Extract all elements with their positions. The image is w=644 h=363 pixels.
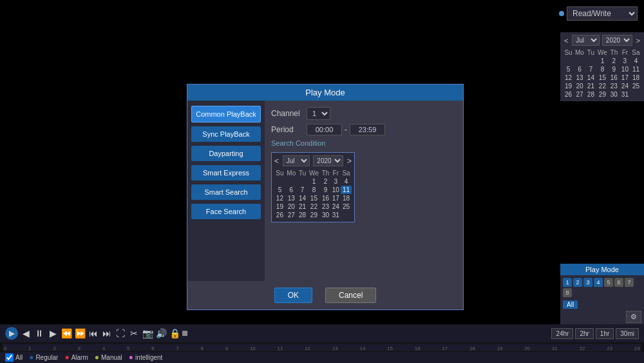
- pause-button[interactable]: ⏸: [33, 328, 45, 339]
- cal-day-cell[interactable]: 21: [585, 82, 596, 90]
- cal-day-cell[interactable]: 5: [274, 186, 285, 194]
- channel-btn-5[interactable]: 5: [604, 278, 613, 287]
- next-button[interactable]: ▶: [47, 328, 59, 339]
- right-cal-year-select[interactable]: 202020192021: [602, 35, 632, 46]
- channel-btn-1[interactable]: 1: [563, 278, 572, 287]
- right-cal-prev-btn[interactable]: <: [563, 37, 569, 44]
- sidebar-btn-sync[interactable]: Sync PlayBack: [191, 126, 261, 142]
- cal-day-cell[interactable]: 6: [574, 65, 585, 74]
- time-btn-1hr[interactable]: 1hr: [596, 328, 614, 339]
- cal-day-cell[interactable]: 2: [609, 57, 620, 65]
- cal-day-cell[interactable]: 19: [274, 202, 285, 211]
- cal-day-cell[interactable]: 26: [563, 90, 574, 99]
- clip-button[interactable]: ✂: [128, 328, 140, 339]
- channel-btn-3[interactable]: 3: [583, 278, 592, 287]
- cal-day-cell[interactable]: 12: [274, 194, 285, 202]
- gear-button[interactable]: ⚙: [626, 311, 641, 323]
- cal-day-cell[interactable]: 6: [285, 186, 298, 194]
- cal-day-cell[interactable]: 9: [609, 65, 620, 74]
- cal-day-cell[interactable]: 28: [298, 211, 308, 219]
- cal-day-cell[interactable]: 16: [609, 74, 620, 82]
- cal-day-cell[interactable]: 27: [285, 211, 298, 219]
- audio-button[interactable]: 🔊: [155, 328, 167, 339]
- cal-next-btn[interactable]: >: [347, 157, 352, 166]
- cal-day-cell[interactable]: 26: [274, 211, 285, 219]
- cal-day-cell[interactable]: 14: [585, 74, 596, 82]
- cancel-button[interactable]: Cancel: [325, 288, 376, 303]
- sidebar-btn-common[interactable]: Common PlayBack: [191, 106, 261, 123]
- cal-prev-btn[interactable]: <: [274, 157, 279, 166]
- cal-day-cell[interactable]: 20: [285, 202, 298, 211]
- channel-btn-7[interactable]: 7: [625, 278, 634, 287]
- cal-day-cell[interactable]: 8: [596, 65, 609, 74]
- cal-day-cell[interactable]: 14: [298, 194, 308, 202]
- cal-day-cell[interactable]: 29: [596, 90, 609, 99]
- cal-day-cell[interactable]: 11: [341, 186, 352, 194]
- cal-day-cell[interactable]: 3: [620, 57, 630, 65]
- right-cal-month-select[interactable]: JulJanFebMar AprMayJunAug SepOctNovDec: [572, 35, 600, 46]
- prev-button[interactable]: ◀: [20, 328, 32, 339]
- period-end-input[interactable]: [350, 124, 385, 135]
- cal-month-select[interactable]: JulJanFeb: [283, 155, 310, 166]
- cal-day-cell[interactable]: 4: [341, 177, 352, 186]
- period-start-input[interactable]: [307, 124, 342, 135]
- lock-button[interactable]: 🔒: [169, 328, 180, 339]
- cal-day-cell[interactable]: 8: [307, 186, 320, 194]
- legend-all-checkbox[interactable]: [5, 353, 14, 362]
- cal-day-cell[interactable]: 23: [320, 202, 330, 211]
- cal-day-cell[interactable]: 1: [307, 177, 320, 186]
- time-btn-24hr[interactable]: 24hr: [551, 328, 573, 339]
- cal-year-select[interactable]: 20202019: [313, 155, 343, 166]
- cal-day-cell[interactable]: 31: [620, 90, 630, 99]
- cal-day-cell[interactable]: 22: [596, 82, 609, 90]
- cal-day-cell[interactable]: 17: [620, 74, 630, 82]
- cal-day-cell[interactable]: 19: [563, 82, 574, 90]
- right-cal-next-btn[interactable]: >: [635, 37, 641, 44]
- play-button[interactable]: ▶: [5, 327, 18, 340]
- cal-day-cell[interactable]: 22: [307, 202, 320, 211]
- cal-day-cell[interactable]: 17: [331, 194, 341, 202]
- cal-day-cell[interactable]: 25: [630, 82, 641, 90]
- timeline-bar[interactable]: 0123456789101112131415161718192021222324: [3, 344, 641, 351]
- snapshot-button[interactable]: 📷: [142, 328, 153, 339]
- channel-btn-4[interactable]: 4: [594, 278, 603, 287]
- cal-day-cell[interactable]: 10: [620, 65, 630, 74]
- channel-btn-8[interactable]: 8: [563, 288, 572, 297]
- cal-day-cell[interactable]: 27: [574, 90, 585, 99]
- time-btn-2hr[interactable]: 2hr: [575, 328, 593, 339]
- ok-button[interactable]: OK: [274, 288, 312, 303]
- cal-day-cell[interactable]: 13: [285, 194, 298, 202]
- cal-day-cell[interactable]: 7: [585, 65, 596, 74]
- cal-day-cell[interactable]: 10: [331, 186, 341, 194]
- cal-day-cell[interactable]: 15: [596, 74, 609, 82]
- cal-day-cell[interactable]: 2: [320, 177, 330, 186]
- time-btn-30mi[interactable]: 30mi: [616, 328, 639, 339]
- cal-day-cell[interactable]: 30: [320, 211, 330, 219]
- channel-btn-2[interactable]: 2: [573, 278, 582, 287]
- sidebar-btn-dayparting[interactable]: Dayparting: [191, 146, 261, 161]
- cal-day-cell[interactable]: 7: [298, 186, 308, 194]
- cal-day-cell[interactable]: 9: [320, 186, 330, 194]
- cal-day-cell[interactable]: 15: [307, 194, 320, 202]
- slow-button[interactable]: ⏪: [61, 328, 72, 339]
- cal-day-cell[interactable]: 30: [609, 90, 620, 99]
- cal-day-cell[interactable]: 31: [331, 211, 341, 219]
- fullscreen-button[interactable]: ⛶: [115, 328, 126, 339]
- cal-day-cell[interactable]: 12: [563, 74, 574, 82]
- cal-day-cell[interactable]: 24: [331, 202, 341, 211]
- cal-day-cell[interactable]: 18: [341, 194, 352, 202]
- cal-day-cell[interactable]: 4: [630, 57, 641, 65]
- cal-day-cell[interactable]: 20: [574, 82, 585, 90]
- cal-day-cell[interactable]: 1: [596, 57, 609, 65]
- cal-day-cell[interactable]: 23: [609, 82, 620, 90]
- cal-day-cell[interactable]: 21: [298, 202, 308, 211]
- cal-day-cell[interactable]: 16: [320, 194, 330, 202]
- sidebar-btn-smartsearch[interactable]: Smart Search: [191, 184, 261, 200]
- sidebar-btn-facesearch[interactable]: Face Search: [191, 204, 261, 219]
- channel-select[interactable]: 1234: [307, 107, 330, 120]
- channel-btn-6[interactable]: 6: [614, 278, 623, 287]
- cal-day-cell[interactable]: 13: [574, 74, 585, 82]
- cal-day-cell[interactable]: 18: [630, 74, 641, 82]
- cal-day-cell[interactable]: 5: [563, 65, 574, 74]
- step-back-button[interactable]: ⏮: [88, 328, 99, 339]
